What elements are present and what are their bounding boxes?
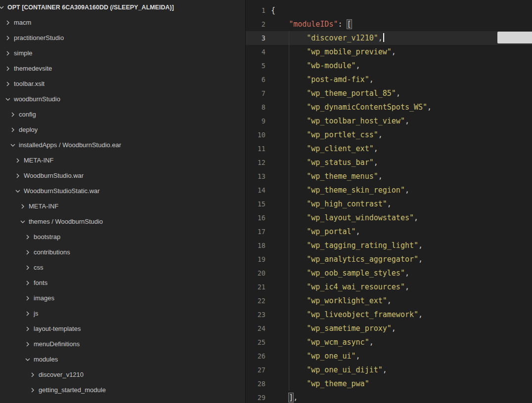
line-number[interactable]: 23 <box>246 308 266 322</box>
tree-item-label: practitionerStudio <box>14 34 64 41</box>
tree-item[interactable]: toolbar.xslt <box>0 76 245 91</box>
code-text: "wp_status_bar", <box>266 156 378 169</box>
code-editor[interactable]: 1{2 "moduleIDs": [3 "discover_v1210",4 "… <box>246 0 532 403</box>
line-number[interactable]: 8 <box>246 100 266 114</box>
line-number[interactable]: 12 <box>246 156 266 169</box>
tree-item[interactable]: bootstrap <box>0 229 245 244</box>
code-text: "wp_liveobject_framework", <box>266 308 423 322</box>
explorer-section-header[interactable]: OPT [CONTAINER 6CA309A160DD (/SLEEPY_ALM… <box>0 0 245 15</box>
code-line[interactable]: 28 "wp_theme_pwa" <box>246 377 532 391</box>
line-number[interactable]: 29 <box>246 391 266 403</box>
code-line[interactable]: 19 "wp_analytics_aggregator", <box>246 252 532 266</box>
code-line[interactable]: 23 "wp_liveobject_framework", <box>246 308 532 322</box>
tree-item[interactable]: images <box>0 290 245 306</box>
line-number[interactable]: 25 <box>246 335 266 349</box>
code-line[interactable]: 8 "wp_dynamicContentSpots_WS", <box>246 100 532 114</box>
code-line[interactable]: 7 "wp_theme_portal_85", <box>246 86 532 100</box>
tree-item[interactable]: simple <box>0 45 245 61</box>
code-line[interactable]: 21 "wp_ic4_wai_resources", <box>246 280 532 294</box>
line-number[interactable]: 20 <box>246 266 266 280</box>
tree-item-label: simple <box>14 49 33 57</box>
code-line[interactable]: 10 "wp_portlet_css", <box>246 128 532 142</box>
line-number[interactable]: 26 <box>246 349 266 363</box>
chevron-right-icon <box>24 325 32 333</box>
line-number[interactable]: 10 <box>246 128 266 142</box>
code-line[interactable]: 2 "moduleIDs": [ <box>246 17 532 31</box>
line-number[interactable]: 14 <box>246 183 266 197</box>
tree-item[interactable]: themes / WoodburnStudio <box>0 214 245 229</box>
code-line[interactable]: 4 "wp_mobile_preview", <box>246 45 532 59</box>
line-number[interactable]: 28 <box>246 377 266 391</box>
line-number[interactable]: 27 <box>246 363 266 377</box>
line-number[interactable]: 4 <box>246 45 266 59</box>
tree-item[interactable]: menuDefinitions <box>0 336 245 352</box>
tree-item[interactable]: config <box>0 107 245 122</box>
line-number[interactable]: 9 <box>246 114 266 128</box>
chevron-right-icon <box>24 233 32 241</box>
line-number[interactable]: 5 <box>246 59 266 73</box>
line-number[interactable]: 18 <box>246 239 266 252</box>
code-line[interactable]: 26 "wp_one_ui", <box>246 349 532 363</box>
line-number[interactable]: 24 <box>246 322 266 335</box>
code-line[interactable]: 29 ], <box>246 391 532 403</box>
code-text: { <box>266 3 275 17</box>
tree-item[interactable]: discover_v1210 <box>0 367 245 382</box>
code-line[interactable]: 22 "wp_worklight_ext", <box>246 294 532 308</box>
code-line[interactable]: 18 "wp_tagging_rating_light", <box>246 239 532 252</box>
code-line[interactable]: 24 "wp_sametime_proxy", <box>246 322 532 335</box>
tree-item[interactable]: META-INF <box>0 153 245 168</box>
line-number[interactable]: 17 <box>246 225 266 239</box>
tree-item[interactable]: layout-templates <box>0 321 245 336</box>
tree-item-label: woodburnStudio <box>14 95 60 103</box>
tree-item[interactable]: neko_v104 <box>0 398 245 403</box>
code-text: "wp_sametime_proxy", <box>266 322 396 335</box>
tree-item[interactable]: deploy <box>0 122 245 137</box>
code-line[interactable]: 9 "wp_toolbar_host_view", <box>246 114 532 128</box>
chevron-right-icon <box>4 34 12 42</box>
code-line[interactable]: 3 "discover_v1210", <box>246 31 532 45</box>
code-text: "wp_ic4_wai_resources", <box>266 280 409 294</box>
code-line[interactable]: 5 "wb-module", <box>246 59 532 73</box>
code-line[interactable]: 15 "wp_high_contrast", <box>246 197 532 211</box>
tree-item[interactable]: practitionerStudio <box>0 30 245 45</box>
tree-item[interactable]: themedevsite <box>0 61 245 76</box>
tree-item-label: css <box>34 264 44 271</box>
line-number[interactable]: 1 <box>246 3 266 17</box>
code-line[interactable]: 13 "wp_theme_menus", <box>246 169 532 183</box>
tree-item[interactable]: fonts <box>0 275 245 290</box>
tree-item[interactable]: META-INF <box>0 199 245 214</box>
tree-item[interactable]: js <box>0 306 245 321</box>
line-number[interactable]: 21 <box>246 280 266 294</box>
tree-item[interactable]: WoodburnStudioStatic.war <box>0 183 245 199</box>
tree-item[interactable]: WoodburnStudio.war <box>0 168 245 183</box>
tree-item[interactable]: contributions <box>0 244 245 260</box>
code-line[interactable]: 20 "wp_oob_sample_styles", <box>246 266 532 280</box>
code-line[interactable]: 6 "post-amd-fix", <box>246 73 532 86</box>
code-line[interactable]: 16 "wp_layout_windowstates", <box>246 211 532 225</box>
line-number[interactable]: 13 <box>246 169 266 183</box>
chevron-down-icon <box>0 3 5 11</box>
line-number[interactable]: 22 <box>246 294 266 308</box>
tree-item[interactable]: woodburnStudio <box>0 91 245 107</box>
line-number[interactable]: 15 <box>246 197 266 211</box>
tree-item[interactable]: modules <box>0 352 245 367</box>
tree-item[interactable]: installedApps / WoodburnStudio.ear <box>0 137 245 153</box>
code-line[interactable]: 14 "wp_theme_skin_region", <box>246 183 532 197</box>
code-line[interactable]: 1{ <box>246 3 532 17</box>
code-line[interactable]: 27 "wp_one_ui_dijit", <box>246 363 532 377</box>
code-line[interactable]: 17 "wp_portal", <box>246 225 532 239</box>
chevron-down-icon <box>9 141 17 149</box>
tree-item[interactable]: getting_started_module <box>0 382 245 398</box>
code-line[interactable]: 25 "wp_wcm_async", <box>246 335 532 349</box>
code-line[interactable]: 11 "wp_client_ext", <box>246 142 532 156</box>
line-number[interactable]: 16 <box>246 211 266 225</box>
tree-item[interactable]: macm <box>0 15 245 30</box>
line-number[interactable]: 3 <box>246 31 266 45</box>
line-number[interactable]: 19 <box>246 252 266 266</box>
code-line[interactable]: 12 "wp_status_bar", <box>246 156 532 169</box>
line-number[interactable]: 6 <box>246 73 266 86</box>
line-number[interactable]: 11 <box>246 142 266 156</box>
tree-item[interactable]: css <box>0 260 245 275</box>
line-number[interactable]: 7 <box>246 86 266 100</box>
line-number[interactable]: 2 <box>246 17 266 31</box>
